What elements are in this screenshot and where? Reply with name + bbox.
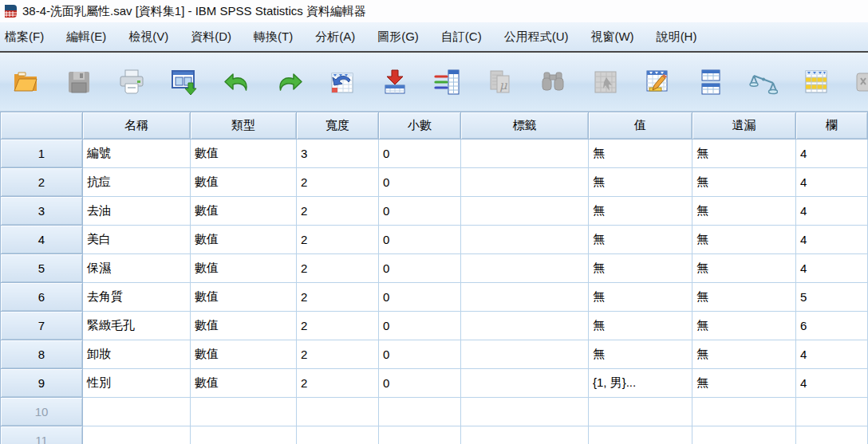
cell-missing[interactable]: 無 xyxy=(692,168,796,197)
cell-type[interactable]: 數值 xyxy=(191,139,297,168)
cell-type[interactable] xyxy=(191,398,297,426)
menu-file[interactable]: 檔案(F) xyxy=(0,25,55,49)
menu-edit[interactable]: 編輯(E) xyxy=(55,25,117,49)
cell-type[interactable]: 數值 xyxy=(191,254,297,283)
open-data-button[interactable] xyxy=(11,67,41,97)
cell-width[interactable]: 3 xyxy=(297,139,379,168)
cell-missing[interactable]: 無 xyxy=(692,312,796,340)
menu-utilities[interactable]: 公用程式(U) xyxy=(493,25,580,49)
recall-dialogs-button[interactable] xyxy=(169,67,199,97)
variables-button[interactable] xyxy=(432,67,463,97)
cell-values[interactable]: 無 xyxy=(589,197,692,226)
cell-width[interactable] xyxy=(297,426,379,444)
cell-label[interactable] xyxy=(461,254,589,283)
cell-columns[interactable] xyxy=(796,398,868,426)
cell-decimals[interactable]: 0 xyxy=(379,340,461,369)
cell-type[interactable]: 數值 xyxy=(191,226,297,254)
cell-width[interactable] xyxy=(297,398,379,426)
menu-custom[interactable]: 自訂(C) xyxy=(430,25,493,49)
row-number[interactable]: 4 xyxy=(1,226,83,254)
cell-width[interactable]: 2 xyxy=(297,254,379,283)
cell-type[interactable]: 數值 xyxy=(191,340,297,369)
cell-values[interactable]: 無 xyxy=(589,168,692,197)
menu-window[interactable]: 視窗(W) xyxy=(579,25,645,49)
cell-columns[interactable]: 6 xyxy=(796,312,868,340)
cell-missing[interactable]: 無 xyxy=(692,226,796,254)
cell-columns[interactable]: 4 xyxy=(796,254,868,283)
column-header-label[interactable]: 標籤 xyxy=(461,112,589,139)
column-header-values[interactable]: 值 xyxy=(589,112,692,139)
cell-name[interactable]: 卸妝 xyxy=(83,340,191,369)
menu-help[interactable]: 說明(H) xyxy=(645,25,708,49)
column-header-decimals[interactable]: 小數 xyxy=(379,112,461,139)
cell-name[interactable]: 性別 xyxy=(83,369,191,398)
column-header-missing[interactable]: 遺漏 xyxy=(692,112,796,139)
cell-type[interactable]: 數值 xyxy=(191,312,297,340)
cell-decimals[interactable]: 0 xyxy=(379,197,461,226)
cell-columns[interactable]: 4 xyxy=(796,139,868,168)
cell-type[interactable]: 數值 xyxy=(191,197,297,226)
menu-graphs[interactable]: 圖形(G) xyxy=(366,25,430,49)
cell-decimals[interactable]: 0 xyxy=(379,283,461,312)
row-number[interactable]: 6 xyxy=(1,283,83,312)
cell-label[interactable] xyxy=(461,369,589,398)
cell-missing[interactable]: 無 xyxy=(692,254,796,283)
select-cases-button[interactable] xyxy=(801,67,831,97)
row-number[interactable]: 7 xyxy=(1,312,83,340)
cell-missing[interactable]: 無 xyxy=(692,340,796,369)
cell-decimals[interactable]: 0 xyxy=(379,226,461,254)
cell-decimals[interactable] xyxy=(379,398,461,426)
row-number[interactable]: 8 xyxy=(1,340,83,369)
cell-values[interactable]: 無 xyxy=(589,254,692,283)
goto-case-button[interactable] xyxy=(327,67,357,97)
cell-missing[interactable]: 無 xyxy=(692,197,796,226)
cell-width[interactable]: 2 xyxy=(297,312,379,340)
cell-values[interactable]: {1, 男}... xyxy=(589,369,692,398)
menu-data[interactable]: 資料(D) xyxy=(180,25,243,49)
cell-values[interactable]: 無 xyxy=(589,226,692,254)
cell-label[interactable] xyxy=(461,398,589,426)
cell-type[interactable] xyxy=(191,426,297,444)
column-header-width[interactable]: 寬度 xyxy=(297,112,379,139)
cell-name[interactable]: 去油 xyxy=(83,197,191,226)
cell-missing[interactable]: 無 xyxy=(692,369,796,398)
cell-label[interactable] xyxy=(461,340,589,369)
menu-transform[interactable]: 轉換(T) xyxy=(243,25,304,49)
cell-columns[interactable] xyxy=(796,426,868,444)
cell-type[interactable]: 數值 xyxy=(191,369,297,398)
cell-values[interactable] xyxy=(589,426,692,444)
row-number[interactable]: 5 xyxy=(1,254,83,283)
cell-decimals[interactable] xyxy=(379,426,461,444)
row-number[interactable]: 11 xyxy=(1,426,83,444)
cell-label[interactable] xyxy=(461,197,589,226)
row-number[interactable]: 9 xyxy=(1,369,83,398)
cell-width[interactable]: 2 xyxy=(297,340,379,369)
cell-decimals[interactable]: 0 xyxy=(379,168,461,197)
cell-columns[interactable]: 4 xyxy=(796,369,868,398)
undo-button[interactable] xyxy=(222,67,252,97)
cell-name[interactable] xyxy=(83,398,191,426)
cell-label[interactable] xyxy=(461,139,589,168)
cell-label[interactable] xyxy=(461,226,589,254)
menu-analyze[interactable]: 分析(A) xyxy=(304,25,366,49)
cell-width[interactable]: 2 xyxy=(297,168,379,197)
cell-width[interactable]: 2 xyxy=(297,369,379,398)
weight-cases-button[interactable] xyxy=(748,67,779,97)
cell-name[interactable]: 編號 xyxy=(83,139,191,168)
cell-name[interactable]: 保濕 xyxy=(83,254,191,283)
cell-decimals[interactable]: 0 xyxy=(379,312,461,340)
cell-missing[interactable]: 無 xyxy=(692,139,796,168)
row-number[interactable]: 2 xyxy=(1,168,83,197)
cell-label[interactable] xyxy=(461,426,589,444)
cell-width[interactable]: 2 xyxy=(297,197,379,226)
cell-name[interactable]: 去角質 xyxy=(83,283,191,312)
cell-values[interactable]: 無 xyxy=(589,312,692,340)
menu-view[interactable]: 檢視(V) xyxy=(117,25,180,49)
cell-values[interactable]: 無 xyxy=(589,283,692,312)
cell-type[interactable]: 數值 xyxy=(191,168,297,197)
column-header-columns[interactable]: 欄 xyxy=(796,112,868,139)
cell-name[interactable]: 緊緻毛孔 xyxy=(83,312,191,340)
cell-decimals[interactable]: 0 xyxy=(379,139,461,168)
cell-values[interactable]: 無 xyxy=(589,340,692,369)
cell-label[interactable] xyxy=(461,168,589,197)
